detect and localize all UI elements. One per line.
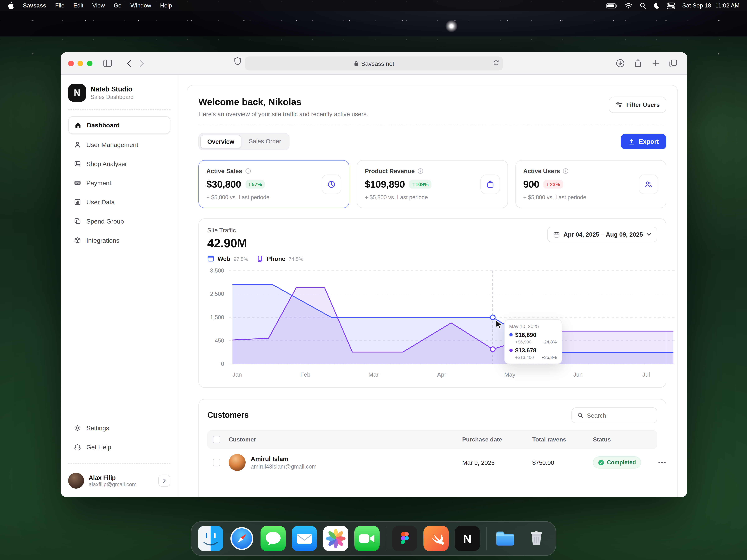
dock-facetime-icon[interactable] <box>354 526 380 551</box>
row-menu-icon[interactable] <box>658 461 670 463</box>
arrow-up-icon: ↑ <box>412 182 415 187</box>
stat-note: + $5,800 vs. Last periode <box>523 194 658 201</box>
stat-card-product-revenue[interactable]: Product Revenue $109,890 ↑109% + $5,800 … <box>357 160 508 208</box>
minimize-window-button[interactable] <box>77 60 83 66</box>
customers-search[interactable] <box>571 407 658 423</box>
dock-folder-icon[interactable] <box>493 526 518 551</box>
legend-web[interactable]: Web 97.5% <box>207 255 248 262</box>
tabs-row: Overview Sales Order Export <box>199 133 666 150</box>
dock-safari-icon[interactable] <box>229 526 254 551</box>
reload-icon[interactable] <box>493 59 499 66</box>
menubar-app-name[interactable]: Savsass <box>23 2 46 9</box>
select-all-checkbox[interactable] <box>213 436 221 443</box>
downloads-icon[interactable] <box>614 57 626 70</box>
dock-photos-icon[interactable] <box>323 526 348 551</box>
traffic-area-chart[interactable] <box>229 269 676 366</box>
menu-window[interactable]: Window <box>130 2 151 9</box>
banknote-icon <box>74 179 81 187</box>
info-icon <box>245 168 251 174</box>
chart-plot-area[interactable]: JanFebMarAprMayJunJul May 10, 2025 $16,8… <box>229 269 676 383</box>
arrow-down-icon: ↓ <box>546 182 549 187</box>
info-icon <box>563 168 569 174</box>
tooltip-row-web: $16,890 +$6,900+24,8% <box>509 332 557 344</box>
row-checkbox[interactable] <box>213 459 221 466</box>
menu-go[interactable]: Go <box>114 2 122 9</box>
chevron-down-icon <box>647 233 651 236</box>
zoom-window-button[interactable] <box>87 60 93 66</box>
check-circle-icon <box>598 459 604 465</box>
phone-series-dot-icon <box>509 349 513 352</box>
tooltip-date: May 10, 2025 <box>509 323 557 329</box>
sidebar-item-settings[interactable]: Settings <box>68 420 171 436</box>
dock: N <box>191 521 556 556</box>
main-area: Welcome back, Nikolas Here's an overview… <box>178 75 687 497</box>
apple-menu-icon[interactable] <box>7 2 14 9</box>
spotlight-search-icon[interactable] <box>640 2 646 9</box>
sidebar-item-user-management[interactable]: User Management <box>68 136 171 153</box>
export-button[interactable]: Export <box>621 134 666 149</box>
dock-mail-icon[interactable] <box>292 526 317 551</box>
search-input[interactable] <box>587 412 651 419</box>
bar-chart-icon <box>74 198 81 206</box>
dock-swift-icon[interactable] <box>423 526 449 551</box>
sidebar-item-user-data[interactable]: User Data <box>68 194 171 211</box>
wifi-icon[interactable] <box>625 3 633 9</box>
new-tab-icon[interactable] <box>649 57 662 70</box>
sidebar-item-payment[interactable]: Payment <box>68 175 171 191</box>
customers-table-header: Customer Purchase date Total ravens Stat… <box>207 430 658 449</box>
stat-card-active-users[interactable]: Active Users 900 ↓23% + $5,800 vs. Last … <box>515 160 666 208</box>
menu-view[interactable]: View <box>92 2 105 9</box>
info-icon <box>417 168 423 174</box>
total-ravens: $750.00 <box>532 459 593 466</box>
stat-icon-tile <box>639 175 658 194</box>
filter-sliders-icon <box>616 102 622 108</box>
user-profile[interactable]: Alax Filip alaxfilip@gmail.com <box>68 471 171 488</box>
back-button[interactable] <box>122 57 135 70</box>
share-icon[interactable] <box>631 57 644 70</box>
date-range-button[interactable]: Apr 04, 2025 – Aug 09, 2025 <box>547 227 658 242</box>
forward-button[interactable] <box>135 57 149 70</box>
sidebar-footer: Settings Get Help Alax Filip alaxfilip@g… <box>68 420 171 488</box>
traffic-total: 42.90M <box>207 236 303 250</box>
dock-messages-icon[interactable] <box>260 526 286 551</box>
privacy-shield-icon[interactable] <box>234 57 241 65</box>
customer-row[interactable]: Amirul Islam amirul43islam@gmail.com Mar… <box>207 449 658 476</box>
tab-overview[interactable]: Overview <box>200 135 241 149</box>
sidebar-item-dashboard[interactable]: Dashboard <box>68 116 171 134</box>
purchase-date: Mar 9, 2025 <box>462 459 532 466</box>
profile-avatar <box>68 473 84 488</box>
menu-file[interactable]: File <box>55 2 65 9</box>
dock-trash-icon[interactable] <box>524 526 549 551</box>
filter-users-button[interactable]: Filter Users <box>609 97 666 113</box>
dock-finder-icon[interactable] <box>198 526 223 551</box>
menubar-clock[interactable]: Sat Sep 18 11:02 AM <box>682 2 740 9</box>
sidebar-item-shop-analyser[interactable]: Shop Analyser <box>68 155 171 172</box>
customer-avatar <box>229 454 246 471</box>
tab-overview-icon[interactable] <box>667 57 680 70</box>
sidebar-toggle-icon[interactable] <box>101 57 114 70</box>
sidebar-item-integrations[interactable]: Integrations <box>68 232 171 249</box>
chart-legend: Web 97.5% Phone 74.5% <box>207 255 303 262</box>
menu-bar: Savsass File Edit View Go Window Help <box>0 0 747 11</box>
legend-phone[interactable]: Phone 74.5% <box>256 255 303 262</box>
dock-figma-icon[interactable] <box>392 526 417 551</box>
url-bar[interactable]: Savsass.net <box>245 56 503 71</box>
sidebar-item-spend-group[interactable]: Spend Group <box>68 213 171 230</box>
menu-edit[interactable]: Edit <box>74 2 83 9</box>
battery-icon[interactable] <box>606 3 618 9</box>
dock-nateb-icon[interactable]: N <box>455 526 480 551</box>
focus-moon-icon[interactable] <box>653 2 660 9</box>
menu-help[interactable]: Help <box>160 2 172 9</box>
menubar-time: 11:02 AM <box>715 2 740 9</box>
stat-card-active-sales[interactable]: Active Sales $30,800 ↑57% + $5,800 vs. L… <box>199 160 350 208</box>
control-center-icon[interactable] <box>667 2 675 9</box>
sidebar-item-get-help[interactable]: Get Help <box>68 439 171 455</box>
profile-expand-button[interactable] <box>158 475 171 487</box>
menubar-date: Sat Sep 18 <box>682 2 711 9</box>
close-window-button[interactable] <box>68 60 74 66</box>
copy-icon <box>74 217 81 225</box>
column-customer: Customer <box>229 436 462 443</box>
page-title: Welcome back, Nikolas <box>199 97 368 107</box>
gear-icon <box>74 424 81 432</box>
tab-sales-order[interactable]: Sales Order <box>242 135 288 149</box>
